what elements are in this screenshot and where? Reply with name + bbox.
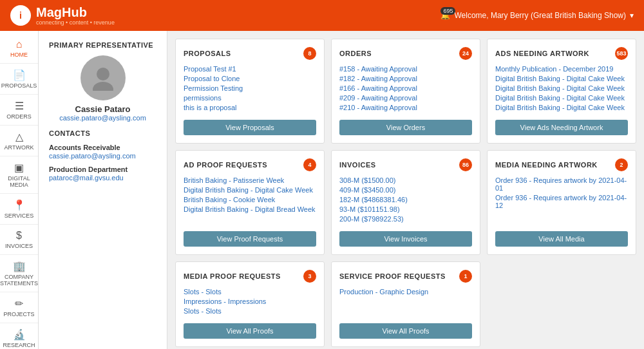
view-orders-button[interactable]: View Orders	[339, 120, 472, 135]
invoice-link-1[interactable]: 409-M ($3450.00)	[339, 186, 472, 194]
sidebar-item-digital-media[interactable]: ▣ DIGITAL MEDIA	[0, 156, 38, 194]
invoice-link-4[interactable]: 200-M ($798922.53)	[339, 215, 472, 223]
proposal-link-2[interactable]: Permission Testing	[184, 84, 316, 92]
rep-email[interactable]: cassie.pataro@aysling.com	[59, 114, 146, 122]
sidebar-item-invoices[interactable]: $ INVOICES	[0, 225, 38, 255]
media-proof-link-1[interactable]: Impressions - Impressions	[184, 297, 316, 305]
view-proof-requests-button[interactable]: View Proof Requests	[184, 231, 316, 247]
ads-link-4[interactable]: Digital British Baking - Digital Cake We…	[495, 104, 628, 111]
proposals-icon: 📄	[13, 69, 26, 81]
ads-title: ADS NEEDING ARTWORK	[495, 50, 589, 57]
media-proof-links: Slots - Slots Impressions - Impressions …	[184, 288, 316, 317]
view-all-proofs-media-button[interactable]: View All Proofs	[184, 323, 316, 339]
card-media-proof-requests: MEDIA PROOF REQUESTS 3 Slots - Slots Imp…	[175, 261, 325, 347]
card-orders: ORDERS 24 #158 - Awaiting Approval #182 …	[331, 39, 480, 144]
card-proposals-header: PROPOSALS 8	[184, 47, 316, 60]
order-link-2[interactable]: #166 - Awaiting Approval	[339, 84, 472, 92]
contact-email-1[interactable]: pataroc@mail.gvsu.edu	[49, 174, 124, 182]
card-invoices: INVOICES 86 308-M ($1500.00) 409-M ($345…	[331, 150, 480, 255]
card-media-proof-header: MEDIA PROOF REQUESTS 3	[184, 270, 316, 283]
sidebar-label-proposals: PROPOSALS	[1, 82, 37, 89]
contacts-section: CONTACTS Accounts Receivable cassie.pata…	[49, 129, 156, 182]
sidebar-item-research[interactable]: 🔬 RESEARCH REVIEW REQUESTS	[0, 323, 38, 349]
card-ads-needing-artwork: ADS NEEDING ARTWORK 583 Monthly Publicat…	[487, 39, 636, 144]
proof-link-3[interactable]: Digital British Baking - Digital Bread W…	[184, 205, 316, 213]
view-all-media-button[interactable]: View All Media	[495, 231, 628, 247]
sidebar-label-home: HOME	[10, 52, 28, 58]
logo-text-block: MagHub connecting • content • revenue	[36, 5, 115, 26]
sidebar-item-projects[interactable]: ✏ PROJECTS	[0, 292, 38, 323]
logo-icon: i	[10, 5, 31, 26]
card-proposals: PROPOSALS 8 Proposal Test #1 Proposal to…	[175, 39, 325, 144]
media-link-1[interactable]: Order 936 - Requires artwork by 2021-04-…	[495, 194, 628, 209]
ads-links: Monthly Publication - December 2019 Digi…	[495, 65, 628, 113]
media-proof-link-2[interactable]: Slots - Slots	[184, 307, 316, 315]
rep-name: Cassie Pataro	[75, 104, 131, 114]
proof-count: 4	[303, 158, 316, 171]
content-grid: PROPOSALS 8 Proposal Test #1 Proposal to…	[167, 31, 644, 349]
sidebar-label-orders: ORDERS	[6, 113, 32, 120]
proposal-link-0[interactable]: Proposal Test #1	[184, 65, 316, 73]
ads-link-1[interactable]: Digital British Baking - Digital Cake We…	[495, 75, 628, 82]
sidebar-item-proposals[interactable]: 📄 PROPOSALS	[0, 64, 38, 95]
invoices-icon: $	[16, 230, 22, 241]
services-icon: 📍	[13, 199, 26, 211]
media-title: MEDIA NEEDING ARTWORK	[495, 161, 598, 169]
view-all-proofs-service-button[interactable]: View All Proofs	[339, 323, 472, 339]
svg-point-1	[93, 82, 113, 91]
proposals-title: PROPOSALS	[184, 50, 231, 57]
proposals-links: Proposal Test #1 Proposal to Clone Permi…	[184, 65, 316, 113]
proposal-link-1[interactable]: Proposal to Clone	[184, 75, 316, 82]
view-proposals-button[interactable]: View Proposals	[184, 120, 316, 135]
sidebar-item-home[interactable]: ⌂ HOME	[0, 33, 38, 64]
orders-icon: ☰	[15, 100, 24, 112]
proof-title: AD PROOF REQUESTS	[184, 161, 267, 169]
orders-count: 24	[459, 47, 472, 60]
invoice-link-0[interactable]: 308-M ($1500.00)	[339, 176, 472, 184]
proposal-link-4[interactable]: this is a proposal	[184, 104, 316, 111]
ads-link-3[interactable]: Digital British Baking - Digital Cake We…	[495, 94, 628, 102]
user-info[interactable]: 🔔 695 Welcome, Mary Berry (Great British…	[440, 11, 634, 20]
sidebar-label-research: RESEARCH REVIEW REQUESTS	[1, 342, 37, 349]
view-ads-button[interactable]: View Ads Needing Artwork	[495, 120, 628, 135]
media-proof-count: 3	[303, 270, 316, 283]
order-link-4[interactable]: #210 - Awaiting Approval	[339, 104, 472, 111]
home-icon: ⌂	[16, 39, 23, 50]
avatar-silhouette	[90, 65, 116, 91]
sidebar: ⌂ HOME 📄 PROPOSALS ☰ ORDERS △ ARTWORK ▣ …	[0, 31, 39, 349]
sidebar-item-artwork[interactable]: △ ARTWORK	[0, 126, 38, 156]
proposal-link-3[interactable]: permissions	[184, 94, 316, 102]
research-icon: 🔬	[13, 328, 26, 341]
media-proof-link-0[interactable]: Slots - Slots	[184, 288, 316, 296]
ads-link-2[interactable]: Digital British Baking - Digital Cake We…	[495, 84, 628, 92]
dropdown-arrow[interactable]: ▾	[630, 11, 634, 20]
sidebar-label-services: SERVICES	[5, 212, 33, 219]
order-link-1[interactable]: #182 - Awaiting Approval	[339, 75, 472, 82]
order-link-0[interactable]: #158 - Awaiting Approval	[339, 65, 472, 73]
media-link-0[interactable]: Order 936 - Requires artwork by 2021-04-…	[495, 176, 628, 192]
invoice-link-3[interactable]: 93-M ($101151.98)	[339, 205, 472, 213]
service-proof-link-0[interactable]: Production - Graphic Design	[339, 288, 472, 296]
proposals-count: 8	[303, 47, 316, 60]
artwork-icon: △	[15, 131, 23, 143]
proof-link-1[interactable]: Digital British Baking - Digital Cake We…	[184, 186, 316, 194]
main-layout: ⌂ HOME 📄 PROPOSALS ☰ ORDERS △ ARTWORK ▣ …	[0, 31, 644, 349]
card-media-header: MEDIA NEEDING ARTWORK 2	[495, 158, 628, 171]
sidebar-item-company-statements[interactable]: 🏢 COMPANY STATEMENTS	[0, 255, 38, 292]
sidebar-item-services[interactable]: 📍 SERVICES	[0, 194, 38, 225]
contact-email-0[interactable]: cassie.pataro@aysling.com	[49, 152, 136, 160]
invoice-link-2[interactable]: 182-M ($4868381.46)	[339, 196, 472, 203]
sidebar-item-orders[interactable]: ☰ ORDERS	[0, 95, 38, 126]
service-proof-title: SERVICE PROOF REQUESTS	[339, 272, 446, 280]
projects-icon: ✏	[15, 297, 23, 310]
view-invoices-button[interactable]: View Invoices	[339, 231, 472, 247]
ads-count: 583	[615, 47, 628, 60]
proof-link-0[interactable]: British Baking - Patisserie Week	[184, 176, 316, 184]
order-link-3[interactable]: #209 - Awaiting Approval	[339, 94, 472, 102]
card-media-needing-artwork: MEDIA NEEDING ARTWORK 2 Order 936 - Requ…	[487, 150, 636, 255]
ads-link-0[interactable]: Monthly Publication - December 2019	[495, 65, 628, 73]
digital-media-icon: ▣	[14, 162, 24, 174]
logo-sub: connecting • content • revenue	[36, 20, 115, 26]
primary-rep-title: PRIMARY REPRESENTATIVE	[49, 41, 156, 49]
proof-link-2[interactable]: British Baking - Cookie Week	[184, 196, 316, 203]
